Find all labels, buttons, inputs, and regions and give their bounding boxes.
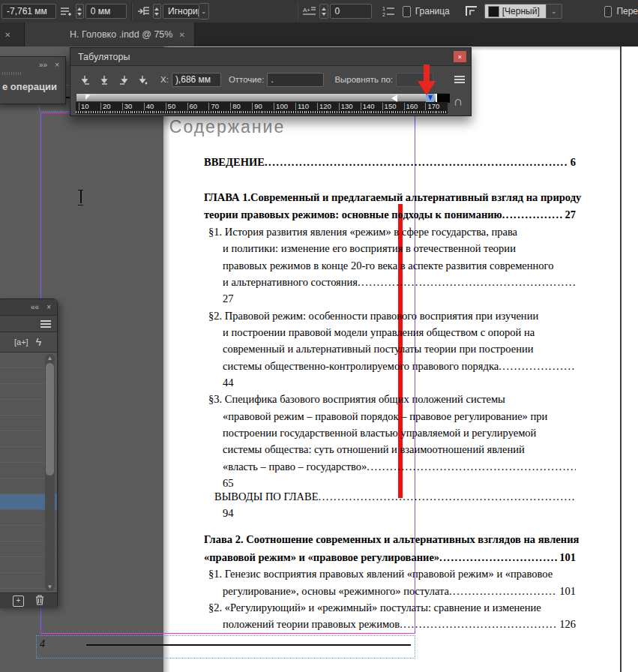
- document-window: 4 Содержание ВВЕДЕНИЕ6ГЛАВА 1.Современны…: [0, 46, 638, 672]
- close-dialog-button[interactable]: ×: [454, 51, 466, 62]
- leader-label: Отточие:: [229, 75, 265, 84]
- right-justified-tab-button[interactable]: [115, 72, 132, 87]
- toc-line: 44: [223, 375, 576, 390]
- space-after-field[interactable]: 0 мм: [85, 4, 127, 19]
- stroke-swatch-dropdown[interactable]: [Черный] ⌄: [484, 4, 562, 19]
- wrap-dropdown-value[interactable]: Игнориро: [163, 4, 199, 19]
- swatch-chevron-icon[interactable]: ⌄: [546, 4, 562, 18]
- tabs-dialog-title: Табуляторы: [78, 52, 130, 62]
- ruler-number: 60: [187, 103, 198, 110]
- dot-leader: [400, 616, 557, 632]
- collapse-panel-icon[interactable]: ««: [31, 303, 39, 311]
- expand-panel-icon[interactable]: »»: [39, 61, 47, 69]
- svg-text:1: 1: [382, 6, 385, 11]
- toc-line: теории правовых режимов: основные подход…: [204, 207, 576, 222]
- align-to-grid-icon[interactable]: A+: [303, 6, 316, 16]
- indent-to-here-icon[interactable]: [137, 6, 150, 16]
- toolbar-separator: [131, 2, 133, 20]
- centered-tab-button[interactable]: [96, 72, 112, 87]
- quick-apply-icon[interactable]: ϟ: [36, 336, 41, 348]
- toc-page-number: 101: [557, 550, 576, 565]
- styles-panel-tools: [a+] ϟ: [0, 332, 57, 352]
- toc-line: и политики: изменение его восприятия в о…: [223, 241, 576, 256]
- space-after-stepper[interactable]: [76, 4, 84, 19]
- toc-entry-text: теории правовых режимов: основные подход…: [204, 207, 502, 222]
- x-position-label: X:: [160, 75, 169, 84]
- border-corner-icon[interactable]: [465, 5, 478, 17]
- footer-text-frame[interactable]: 4: [36, 635, 415, 658]
- toc-entry-text: системы общественно-контролируемого прав…: [223, 358, 499, 374]
- ruler-number: 20: [100, 103, 111, 110]
- ruler-ticks: [76, 111, 448, 113]
- styles-list[interactable]: ▲ ▼: [0, 352, 57, 592]
- magnet-snap-icon[interactable]: ∩: [454, 94, 463, 110]
- toc-line: Глава 2. Соотношение современных и альте…: [204, 532, 576, 547]
- styles-panel-header[interactable]: «« ×: [0, 299, 57, 316]
- delete-trash-icon[interactable]: [34, 594, 45, 608]
- left-indent-field[interactable]: -7,761 мм: [1, 4, 56, 19]
- x-position-field[interactable]: ),686 мм: [172, 73, 221, 87]
- close-panel-icon[interactable]: ×: [55, 61, 59, 69]
- toc-line: правовых режимов в конце 20-го века в ас…: [223, 258, 576, 273]
- close-tab-icon[interactable]: ✕: [4, 31, 10, 39]
- toc-line: системы общества: суть отношений и взаим…: [223, 442, 576, 457]
- ruler-number: 80: [230, 103, 241, 110]
- wrap-stepper[interactable]: [153, 4, 161, 19]
- leader-field[interactable]: .: [267, 73, 324, 87]
- toc-page-number: 101: [557, 584, 576, 598]
- scrollbar-thumb[interactable]: [46, 363, 54, 476]
- styles-panel-menubar: [0, 316, 57, 332]
- tabs-dialog-titlebar[interactable]: Табуляторы ×: [70, 48, 471, 66]
- toc-line: §1. История развития явления «режим» в с…: [208, 224, 576, 239]
- hyphenate-checkbox[interactable]: [604, 6, 613, 17]
- panel-menu-icon[interactable]: [40, 319, 51, 329]
- grid-stepper[interactable]: [319, 4, 328, 19]
- scrollbar[interactable]: ▲ ▼: [45, 354, 55, 591]
- toc-line: и альтернативного состояния: [223, 274, 576, 290]
- dot-leader: [499, 358, 576, 374]
- last-line-indent-icon[interactable]: [60, 6, 72, 16]
- document-tab-active[interactable]: Н. Головко .indd @ 75% ✕: [25, 22, 195, 46]
- numbered-list-icon[interactable]: 12: [382, 6, 395, 17]
- toc-line: современный и альтернативный постулаты т…: [223, 341, 576, 356]
- left-justified-tab-button[interactable]: [76, 72, 93, 87]
- decimal-tab-button[interactable]: [135, 72, 151, 87]
- toc-entry-text: ВЫВОДЫ ПО ГЛАВЕ: [214, 489, 319, 504]
- close-tab-icon[interactable]: ✕: [178, 31, 184, 39]
- ruler-number: 130: [339, 103, 353, 110]
- toc-entry-text: и альтернативного состояния: [223, 274, 358, 290]
- toc-entry-text: «власть – право – государство»: [223, 459, 367, 474]
- tabs-ruler[interactable]: 1020304050607080901001101201301401501601…: [76, 102, 448, 114]
- right-indent-marker[interactable]: [391, 94, 397, 102]
- ruler-number: 150: [382, 103, 397, 110]
- toc-line: 27: [223, 291, 576, 306]
- black-swatch-chip: [488, 6, 499, 17]
- autofit-icon[interactable]: [a+]: [14, 338, 28, 346]
- toc-line: «власть – право – государство»: [223, 459, 576, 474]
- styles-panel-footer: +: [0, 592, 57, 608]
- panel-menu-icon[interactable]: [454, 74, 465, 85]
- toc-entry-text: положений теории правовых режимов: [223, 616, 400, 632]
- scroll-down-icon[interactable]: ▼: [45, 584, 55, 590]
- page-title: Содержание: [40, 117, 414, 137]
- toc-line: «правовой режим – правовой порядок – пра…: [223, 409, 576, 424]
- first-line-indent-marker[interactable]: [85, 94, 91, 100]
- scroll-up-icon[interactable]: ▲: [45, 355, 55, 362]
- toc-line: «правовой режим» и «правовое регулирован…: [204, 550, 576, 565]
- toc-entry-text: «правовой режим» и «правовое регулирован…: [204, 550, 439, 565]
- toc-line: ВВЕДЕНИЕ6: [204, 154, 576, 170]
- ruler-number: 30: [122, 103, 133, 110]
- ruler-number: 70: [208, 103, 219, 110]
- border-checkbox[interactable]: [403, 6, 411, 17]
- new-item-button[interactable]: +: [13, 596, 24, 607]
- tab-marker-strip[interactable]: [76, 93, 448, 102]
- close-panel-icon[interactable]: ×: [46, 303, 51, 311]
- grid-value-field[interactable]: 0: [330, 4, 373, 19]
- hyphenate-checkbox-label: Пере: [616, 6, 638, 16]
- dot-leader: [502, 207, 563, 222]
- wrap-dropdown-chevron-icon[interactable]: ⌄: [199, 3, 209, 20]
- svg-text:2: 2: [382, 12, 385, 17]
- document-tab-hidden[interactable]: ✕: [0, 22, 25, 46]
- ruler-number: 170: [425, 103, 439, 110]
- toc-line: ВЫВОДЫ ПО ГЛАВЕ: [214, 489, 576, 504]
